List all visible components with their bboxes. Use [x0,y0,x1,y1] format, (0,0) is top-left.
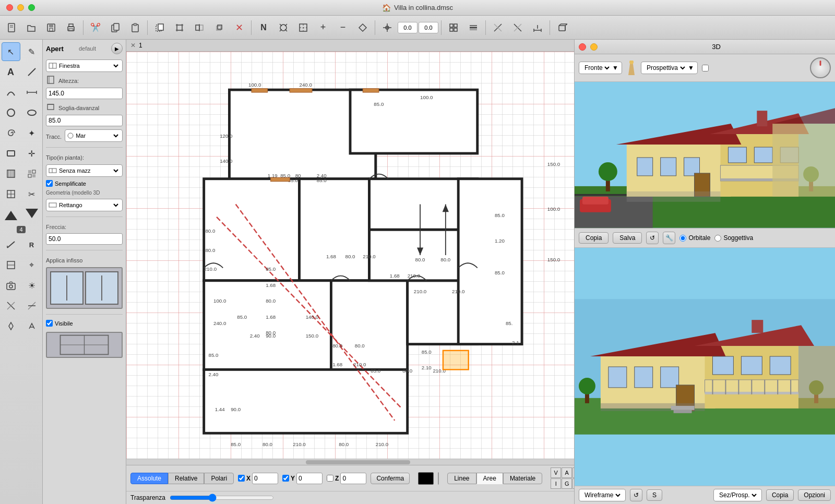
view-direction-dropdown[interactable]: Fronte Retro Lato Sopra [582,64,611,72]
paste-button[interactable] [126,18,145,37]
star-tool[interactable]: ✦ [22,124,41,142]
text-tool[interactable]: A [2,63,20,81]
open-button[interactable] [22,18,41,37]
pen2-tool[interactable] [2,317,20,335]
tab-assolute[interactable]: Assolute [130,473,168,484]
copia2-button[interactable]: Copia [766,489,794,501]
line-tool[interactable] [22,63,41,81]
refresh2-button[interactable]: ↺ [630,489,642,501]
transform-button[interactable] [170,18,189,37]
trasparenza-slider[interactable] [170,494,274,502]
c-button[interactable]: C [572,467,574,478]
3d-view-top[interactable] [575,82,835,228]
measure2-tool[interactable] [2,235,20,254]
hatch-tool[interactable] [2,164,20,183]
camera-tool[interactable] [2,276,20,295]
scroll-thumb[interactable] [306,460,410,464]
cut-button[interactable]: ✂️ [86,18,105,37]
zoom-window-button[interactable] [294,18,313,37]
circle-tool[interactable] [2,103,20,122]
tab-close-icon[interactable]: ✕ [130,42,136,49]
simplified-checkbox[interactable] [46,180,53,187]
measure-button[interactable] [528,18,547,37]
scissors-tool[interactable]: ✂ [22,185,41,203]
visible-checkbox[interactable] [46,320,53,327]
spiral-tool[interactable] [2,124,20,142]
copia-button[interactable]: Copia [579,232,609,244]
close-button[interactable] [6,4,13,11]
extend-tool[interactable] [22,296,41,315]
y-checkbox[interactable] [282,475,289,482]
orientation-dial[interactable] [810,57,831,78]
lines-button[interactable] [464,18,483,37]
3dbox-button[interactable] [553,18,571,37]
grid-tool[interactable] [2,185,20,203]
ellipse-tool[interactable] [22,103,41,122]
sez-prosp-dropdown[interactable]: Sez/Prosp. [717,491,758,499]
diag1-button[interactable] [488,18,507,37]
3d-view-bottom[interactable] [575,248,835,486]
i-button[interactable]: I [551,478,561,489]
rectangle-tool[interactable] [2,144,20,163]
pencil-tool[interactable]: ✎ [22,42,41,61]
t-button[interactable]: T [572,478,574,489]
tab-aree[interactable]: Aree [476,473,503,484]
tab-linee[interactable]: Linee [447,473,476,484]
x-checkbox[interactable] [238,475,245,482]
toolbar-field-1[interactable] [398,22,418,33]
z-checkbox[interactable] [327,475,333,482]
diag2-button[interactable] [508,18,527,37]
height-input[interactable]: 145.0 [46,88,123,99]
tool3[interactable] [22,317,41,335]
tab-materiale[interactable]: Materiale [503,473,542,484]
tab-polari[interactable]: Polari [204,473,234,484]
color-picker[interactable] [438,472,439,485]
toolbar-field-2[interactable] [419,22,438,33]
zoom-in-button[interactable]: + [314,18,332,37]
delete-button[interactable]: ✕ [230,18,248,37]
print-button[interactable] [62,18,80,37]
y-input[interactable] [296,473,323,484]
v-button[interactable]: V [551,467,561,478]
zoom-extent-button[interactable] [353,18,372,37]
tab-relative[interactable]: Relative [168,473,204,484]
s-button[interactable]: S [647,489,662,501]
right-minimize-button[interactable] [590,43,598,51]
z-input[interactable] [340,473,366,484]
confirm-button[interactable]: Conferma [371,473,410,484]
x-input[interactable] [252,473,278,484]
dimension-tool[interactable] [22,83,41,102]
arc-tool[interactable] [2,83,20,102]
cut-tool[interactable] [2,296,20,315]
soggettiva-radio[interactable] [714,235,721,242]
trace-select[interactable]: Mar [74,132,120,139]
north-button[interactable]: N [254,18,273,37]
wireframe-dropdown[interactable]: Wireframe Solid Textures [582,491,622,499]
new-button[interactable] [2,18,21,37]
orbitale-radio[interactable] [679,235,686,242]
right-close-button[interactable] [579,43,586,51]
rotate-button[interactable] [210,18,229,37]
zoom-fit-button[interactable] [274,18,293,37]
angle-tool[interactable]: R [22,235,41,254]
color-swatch[interactable] [418,472,434,485]
opzioni-button[interactable]: Opzioni [798,489,831,501]
type-plan-select[interactable]: Senza mazz [57,167,120,174]
triangle-down-tool[interactable] [22,205,41,224]
crosshair-button[interactable] [378,18,397,37]
floor-plan-canvas[interactable]: 100.0 240.0 120.0 140.0 85.0 85.0 85.0 1… [126,52,574,459]
threshold-input[interactable]: 85.0 [46,115,123,126]
zoom-out-button[interactable]: − [333,18,352,37]
refresh-button[interactable]: ↺ [646,232,659,244]
canvas-scrollbar[interactable] [126,459,574,465]
maximize-button[interactable] [28,4,35,11]
play-button[interactable]: ▶ [111,43,123,54]
snap-button[interactable] [444,18,463,37]
g-button[interactable]: G [562,478,572,489]
stairs-tool[interactable] [2,256,20,274]
wireframe-checkbox[interactable] [702,65,709,71]
a-button[interactable]: A [562,467,572,478]
snap2-tool[interactable]: ⌖ [22,256,41,274]
triangle-up-tool[interactable] [2,205,20,224]
type-select[interactable]: Finestra Porta [57,62,120,69]
